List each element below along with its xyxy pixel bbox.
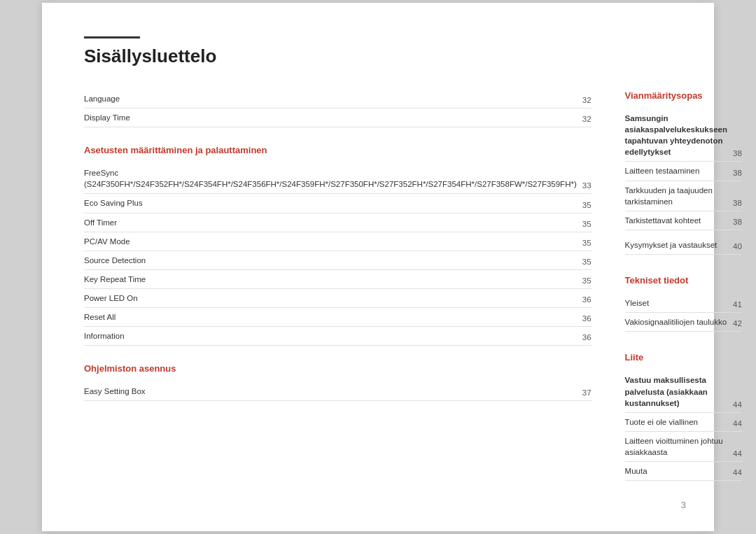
- toc-item-page: 32: [582, 115, 592, 123]
- toc-item-page: 37: [582, 388, 592, 397]
- toc-item-page: 41: [733, 300, 742, 309]
- toc-item-page: 38: [733, 199, 742, 207]
- left-section1-items: FreeSync (S24F350FH*/S24F352FH*/S24F354F…: [84, 164, 592, 346]
- table-row: Source Detection 35: [84, 251, 592, 270]
- toc-item-label: Reset All: [84, 311, 582, 323]
- toc-item-label: Samsungin asiakaspalvelukeskukseen tapah…: [625, 113, 733, 157]
- left-column: Language 32 Display Time 32 Asetusten mä…: [84, 90, 592, 498]
- table-row: Reset All 36: [84, 308, 592, 327]
- toc-item-label: Source Detection: [84, 255, 582, 266]
- toc-item-label: Display Time: [84, 112, 582, 123]
- table-row: Tuote ei ole viallinen 44: [625, 413, 742, 432]
- toc-item-page: 38: [733, 218, 742, 226]
- toc-item-label: Information: [84, 330, 582, 342]
- toc-item-label: Vastuu maksullisesta palvelusta (asiakka…: [625, 374, 733, 408]
- page: Sisällysluettelo Language 32 Display Tim…: [42, 3, 714, 531]
- table-row: Key Repeat Time 35: [84, 270, 592, 289]
- table-row: Vakiosignaalitiliojen taulukko 42: [625, 313, 742, 332]
- page-number: 3: [681, 500, 686, 510]
- toc-item-page: 36: [582, 333, 592, 342]
- table-row: FreeSync (S24F350FH*/S24F352FH*/S24F354F…: [84, 164, 592, 194]
- section1-left-heading: Asetusten määrittäminen ja palauttaminen: [84, 144, 592, 157]
- toc-item-label: Laitteen testaaminen: [625, 165, 733, 176]
- toc-item-page: 44: [733, 419, 742, 428]
- toc-item-label: Laitteen vioittuminen johtuu asiakkaasta: [625, 435, 733, 458]
- toc-item-page: 35: [582, 239, 592, 247]
- toc-item-label: Tarkkuuden ja taajuuden tarkistaminen: [625, 185, 733, 207]
- toc-item-label: Yleiset: [625, 297, 733, 309]
- section2-right-heading: Tekniset tiedot: [625, 274, 742, 287]
- section1-left: Asetusten määrittäminen ja palauttaminen…: [84, 144, 592, 346]
- table-row: Samsungin asiakaspalvelukeskukseen tapah…: [625, 109, 742, 162]
- toc-item-page: 35: [582, 220, 592, 228]
- toc-item-label: Key Repeat Time: [84, 274, 582, 285]
- content-columns: Language 32 Display Time 32 Asetusten mä…: [84, 90, 672, 498]
- page-title: Sisällysluettelo: [84, 45, 672, 67]
- table-row: Off Timer 35: [84, 213, 592, 232]
- table-row: Vastuu maksullisesta palvelusta (asiakka…: [625, 371, 742, 412]
- toc-item-label: Off Timer: [84, 217, 582, 228]
- table-row: Eco Saving Plus 35: [84, 194, 592, 213]
- table-row: Tarkistettavat kohteet 38: [625, 211, 742, 230]
- toc-item-label: FreeSync (S24F350FH*/S24F352FH*/S24F354F…: [84, 167, 582, 190]
- toc-item-page: 36: [582, 295, 592, 304]
- toc-item-page: 38: [733, 149, 742, 157]
- right-section2-items: Yleiset 41 Vakiosignaalitiliojen taulukk…: [625, 294, 742, 332]
- table-row: Yleiset 41: [625, 294, 742, 313]
- toc-item-page: 35: [582, 276, 592, 285]
- section2-right: Tekniset tiedot Yleiset 41 Vakiosignaali…: [625, 274, 742, 332]
- table-row: PC/AV Mode 35: [84, 232, 592, 251]
- toc-item-label: Tarkistettavat kohteet: [625, 215, 733, 226]
- toc-item-page: 42: [733, 319, 742, 328]
- left-section2-items: Easy Setting Box 37: [84, 382, 592, 401]
- table-row: Laitteen testaaminen 38: [625, 162, 742, 181]
- table-row: Power LED On 36: [84, 289, 592, 308]
- section3-right-heading: Liite: [625, 351, 742, 364]
- title-section: Sisällysluettelo: [84, 36, 672, 67]
- toc-item-label: Language: [84, 93, 582, 104]
- toc-item-page: 33: [582, 181, 592, 190]
- toc-item-label: PC/AV Mode: [84, 236, 582, 247]
- right-column: Vianmääritysopas Samsungin asiakaspalvel…: [625, 90, 742, 498]
- table-row: Easy Setting Box 37: [84, 382, 592, 401]
- top-items: Language 32 Display Time 32: [84, 90, 592, 127]
- title-bar: [84, 36, 140, 38]
- toc-item-page: 36: [582, 314, 592, 323]
- right-section3-items: Vastuu maksullisesta palvelusta (asiakka…: [625, 371, 742, 481]
- toc-item-page: 40: [733, 242, 742, 251]
- table-row: Laitteen vioittuminen johtuu asiakkaasta…: [625, 432, 742, 462]
- table-row: Language 32: [84, 90, 592, 108]
- section3-right: Liite Vastuu maksullisesta palvelusta (a…: [625, 351, 742, 481]
- toc-item-page: 35: [582, 201, 592, 209]
- toc-item-label: Muuta: [625, 465, 733, 477]
- top-items-section: Language 32 Display Time 32: [84, 90, 592, 127]
- toc-item-label: Easy Setting Box: [84, 386, 582, 397]
- toc-item-label: Vakiosignaalitiliojen taulukko: [625, 316, 733, 328]
- table-row: Display Time 32: [84, 108, 592, 127]
- toc-item-label: Kysymykset ja vastaukset: [625, 239, 733, 251]
- toc-item-page: 32: [582, 96, 592, 104]
- toc-item-page: 44: [733, 468, 742, 477]
- section2-left-heading: Ohjelmiston asennus: [84, 363, 592, 375]
- toc-item-label: Tuote ei ole viallinen: [625, 416, 733, 428]
- section1-right: Vianmääritysopas Samsungin asiakaspalvel…: [625, 90, 742, 255]
- toc-item-page: 35: [582, 258, 592, 266]
- toc-item-page: 44: [733, 449, 742, 458]
- table-row: Tarkkuuden ja taajuuden tarkistaminen 38: [625, 181, 742, 211]
- toc-item-label: Eco Saving Plus: [84, 197, 582, 209]
- section1-right-heading: Vianmääritysopas: [625, 90, 742, 102]
- table-row: Kysymykset ja vastaukset 40: [625, 236, 742, 255]
- toc-item-label: Power LED On: [84, 293, 582, 304]
- right-section1-items: Samsungin asiakaspalvelukeskukseen tapah…: [625, 109, 742, 230]
- table-row: Information 36: [84, 327, 592, 346]
- right-section1-items2: Kysymykset ja vastaukset 40: [625, 236, 742, 255]
- section2-left: Ohjelmiston asennus Easy Setting Box 37: [84, 363, 592, 401]
- toc-item-page: 44: [733, 400, 742, 409]
- table-row: Muuta 44: [625, 462, 742, 481]
- toc-item-page: 38: [733, 169, 742, 177]
